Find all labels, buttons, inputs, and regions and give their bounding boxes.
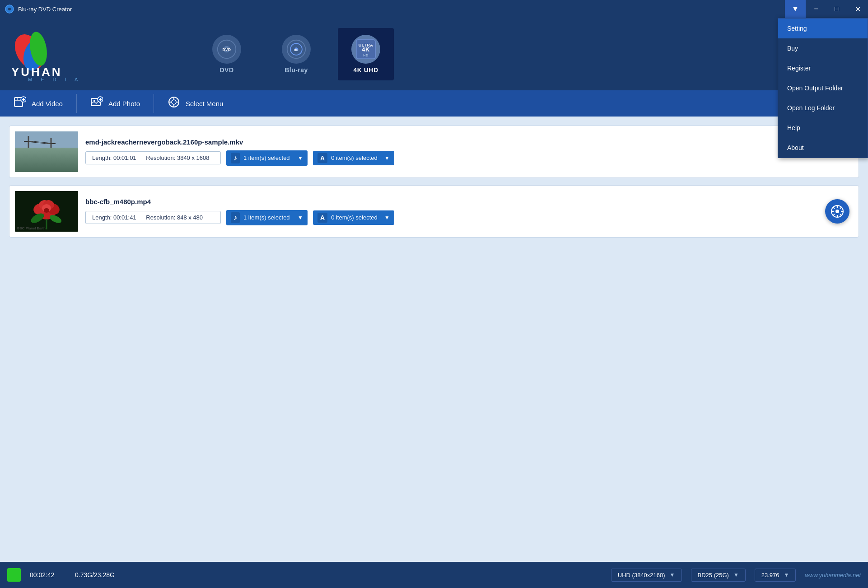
svg-text:4K: 4K [362,46,370,53]
subtitle-select-1[interactable]: A 0 item(s) selected ▼ [313,151,394,165]
resolution-value: UHD (3840x2160) [618,572,665,579]
register-label: Register [787,65,811,72]
subtitle-label-1: 0 item(s) selected [331,154,378,161]
audio-select-2[interactable]: ♪ 1 item(s) selected ▼ [226,210,308,225]
video-info-1: emd-jackreachernevergoback.2160p-sample.… [85,138,853,166]
fps-arrow: ▼ [784,572,789,578]
video-meta-box-1: Length: 00:01:01 Resolution: 3840 x 1608 [85,151,221,164]
tab-dvd[interactable]: DVD DVD [199,28,255,80]
title-bar: Blu-ray DVD Creator ▼ − □ ✕ [0,0,868,18]
4kuhd-icon: ULTRA 4K HD [351,35,380,64]
fps-select[interactable]: 23.976 ▼ [755,569,796,582]
audio-chevron-1: ▼ [298,155,303,161]
close-button[interactable]: ✕ [847,0,868,18]
add-photo-button[interactable]: Add Photo [77,90,154,117]
disc-arrow: ▼ [733,572,739,578]
app-title: Blu-ray DVD Creator [18,6,72,13]
select-menu-button[interactable]: Select Menu [154,90,237,117]
logo-area: YUHAN M E D I A [9,27,108,81]
video-length-1: Length: 00:01:01 [92,154,136,161]
svg-text:BD: BD [294,48,299,51]
audio-label-2: 1 item(s) selected [243,214,290,221]
subtitle-chevron-1: ▼ [384,155,390,161]
svg-point-31 [172,100,176,104]
fps-value: 23.976 [761,572,779,579]
svg-line-67 [840,207,842,209]
about-label: About [787,144,804,151]
svg-point-60 [835,210,839,213]
status-time: 00:02:42 [30,571,66,579]
disc-select[interactable]: BD25 (25G) ▼ [691,569,746,582]
menu-item-open-log[interactable]: Open Log Folder [778,98,868,118]
thumbnail-2: BBC Planet Earth [15,191,78,232]
tab-4kuhd[interactable]: ULTRA 4K HD 4K UHD [338,28,394,80]
open-output-label: Open Output Folder [787,84,843,92]
svg-line-68 [833,214,835,216]
bluray-label: Blu-ray [285,66,308,74]
add-video-button[interactable]: Add Video [0,90,76,117]
resolution-arrow: ▼ [670,572,675,578]
window-controls: ▼ − □ ✕ [785,0,868,18]
audio-icon-2: ♪ [231,212,240,223]
menu-item-setting[interactable]: Setting [778,19,868,38]
header: YUHAN M E D I A DVD DVD [0,18,868,90]
status-bar: 00:02:42 0.73G/23.28G UHD (3840x2160) ▼ … [0,562,868,588]
svg-line-66 [840,214,842,216]
help-label: Help [787,124,800,131]
minimize-button[interactable]: − [806,0,826,18]
open-log-label: Open Log Folder [787,104,835,112]
tab-bluray[interactable]: BD Blu-ray [268,28,324,80]
video-item-2: BBC Planet Earth bbc-cfb_m480p.mp4 Lengt… [9,185,859,238]
video-resolution-2: Resolution: 848 x 480 [146,214,203,221]
audio-select-1[interactable]: ♪ 1 item(s) selected ▼ [226,150,308,166]
select-menu-icon [168,96,180,111]
menu-item-about[interactable]: About [778,138,868,158]
buy-label: Buy [787,45,798,52]
status-indicator [7,568,21,582]
maximize-button[interactable]: □ [826,0,847,18]
menu-item-buy[interactable]: Buy [778,38,868,58]
svg-text:BBC Planet Earth: BBC Planet Earth [17,226,46,230]
subtitle-icon-1: A [317,153,327,163]
svg-text:M E D I A: M E D I A [28,77,81,81]
main-content: emd-jackreachernevergoback.2160p-sample.… [0,117,868,562]
status-size: 0.73G/23.28G [75,571,125,579]
dvd-label: DVD [219,66,233,74]
audio-chevron-2: ▼ [298,215,303,221]
menu-icon: ▼ [792,5,799,13]
menu-item-open-output[interactable]: Open Output Folder [778,78,868,98]
svg-point-54 [44,208,49,213]
format-tabs: DVD DVD BD Blu-ray ULTRA [199,28,394,80]
subtitle-icon-2: A [317,213,327,223]
add-photo-label: Add Photo [108,100,140,107]
video-filename-2: bbc-cfb_m480p.mp4 [85,198,853,205]
logo: YUHAN M E D I A [9,27,99,81]
dvd-icon: DVD [212,35,241,64]
video-meta-2: Length: 00:01:41 Resolution: 848 x 480 ♪… [85,210,853,225]
add-video-label: Add Video [32,100,63,107]
video-resolution-1: Resolution: 3840 x 1608 [146,154,209,161]
video-item-1: emd-jackreachernevergoback.2160p-sample.… [9,126,859,178]
video-info-2: bbc-cfb_m480p.mp4 Length: 00:01:41 Resol… [85,198,853,225]
menu-item-help[interactable]: Help [778,118,868,138]
toolbar: Add Video Add Photo [0,90,868,117]
video-filename-1: emd-jackreachernevergoback.2160p-sample.… [85,138,853,146]
audio-label-1: 1 item(s) selected [243,154,290,161]
subtitle-select-2[interactable]: A 0 item(s) selected ▼ [313,210,394,225]
dropdown-menu: Setting Buy Register Open Output Folder … [778,18,868,158]
select-menu-label: Select Menu [186,100,223,107]
video-meta-1: Length: 00:01:01 Resolution: 3840 x 1608… [85,150,853,166]
4kuhd-label: 4K UHD [353,66,378,74]
menu-item-register[interactable]: Register [778,58,868,78]
setting-label: Setting [787,25,807,32]
menu-button[interactable]: ▼ [785,0,806,18]
thumbnail-1 [15,131,78,172]
settings-button[interactable] [825,199,849,224]
resolution-select[interactable]: UHD (3840x2160) ▼ [611,569,682,582]
svg-text:HD: HD [363,53,369,57]
video-length-2: Length: 00:01:41 [92,214,136,221]
audio-icon-1: ♪ [231,153,240,163]
subtitle-chevron-2: ▼ [384,215,390,221]
app-icon [5,4,14,14]
svg-text:DVD: DVD [223,48,231,52]
